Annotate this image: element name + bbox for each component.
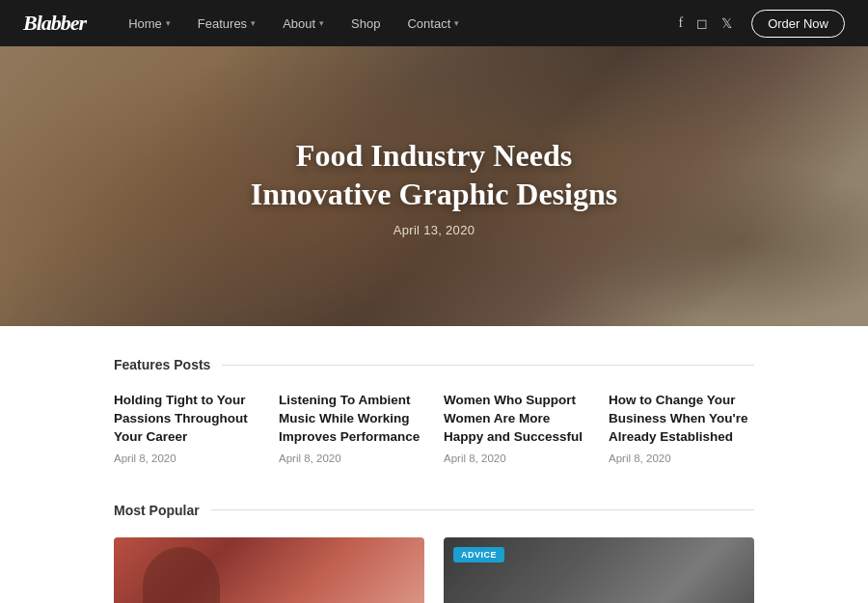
nav-contact[interactable]: Contact ▾ bbox=[395, 11, 471, 37]
hero-content: Food Industry NeedsInnovative Graphic De… bbox=[251, 136, 617, 237]
featured-posts-section: Features Posts Holding Tight to Your Pas… bbox=[114, 357, 754, 464]
nav-features[interactable]: Features ▾ bbox=[186, 11, 267, 37]
chevron-down-icon: ▾ bbox=[319, 18, 324, 28]
instagram-icon[interactable]: ◻ bbox=[696, 15, 708, 32]
nav-about[interactable]: About ▾ bbox=[271, 11, 336, 37]
chevron-down-icon: ▾ bbox=[454, 18, 459, 28]
popular-card[interactable] bbox=[114, 537, 424, 603]
hero-section: Food Industry NeedsInnovative Graphic De… bbox=[0, 46, 868, 326]
list-item: Listening To Ambient Music While Working… bbox=[279, 392, 424, 464]
advice-badge: ADVICE bbox=[453, 547, 504, 562]
order-now-button[interactable]: Order Now bbox=[751, 10, 845, 38]
list-item: Holding Tight to Your Passions Throughou… bbox=[114, 392, 259, 464]
most-popular-section: Most Popular ADVICE bbox=[114, 499, 754, 603]
twitter-icon[interactable]: 𝕏 bbox=[721, 15, 732, 32]
post-title[interactable]: Listening To Ambient Music While Working… bbox=[279, 392, 424, 447]
popular-cards-grid: ADVICE bbox=[114, 537, 754, 603]
post-date: April 8, 2020 bbox=[279, 452, 424, 464]
post-title[interactable]: How to Change Your Business When You're … bbox=[609, 392, 754, 447]
list-item: Women Who Support Women Are More Happy a… bbox=[444, 392, 589, 464]
social-links: f ◻ 𝕏 bbox=[678, 15, 732, 32]
chevron-down-icon: ▾ bbox=[251, 18, 256, 28]
hero-title: Food Industry NeedsInnovative Graphic De… bbox=[251, 136, 617, 213]
section-divider bbox=[222, 365, 754, 366]
post-title[interactable]: Holding Tight to Your Passions Throughou… bbox=[114, 392, 259, 447]
post-date: April 8, 2020 bbox=[114, 452, 259, 464]
facebook-icon[interactable]: f bbox=[678, 15, 683, 31]
post-date: April 8, 2020 bbox=[609, 452, 754, 464]
nav-home[interactable]: Home ▾ bbox=[117, 11, 182, 37]
most-popular-title: Most Popular bbox=[114, 503, 200, 518]
post-title[interactable]: Women Who Support Women Are More Happy a… bbox=[444, 392, 589, 447]
most-popular-header: Most Popular bbox=[114, 503, 754, 518]
site-logo[interactable]: Blabber bbox=[23, 11, 86, 36]
post-date: April 8, 2020 bbox=[444, 452, 589, 464]
nav-links: Home ▾ Features ▾ About ▾ Shop Contact ▾ bbox=[117, 11, 678, 37]
hero-date: April 13, 2020 bbox=[251, 223, 617, 237]
list-item: How to Change Your Business When You're … bbox=[609, 392, 754, 464]
section-divider bbox=[211, 509, 754, 510]
featured-posts-title: Features Posts bbox=[114, 357, 210, 372]
featured-posts-header: Features Posts bbox=[114, 357, 754, 372]
main-content: Features Posts Holding Tight to Your Pas… bbox=[0, 326, 868, 603]
navigation: Blabber Home ▾ Features ▾ About ▾ Shop C… bbox=[0, 0, 868, 46]
popular-card[interactable]: ADVICE bbox=[444, 537, 754, 603]
chevron-down-icon: ▾ bbox=[166, 18, 171, 28]
featured-posts-grid: Holding Tight to Your Passions Throughou… bbox=[114, 392, 754, 464]
nav-shop[interactable]: Shop bbox=[339, 11, 392, 37]
